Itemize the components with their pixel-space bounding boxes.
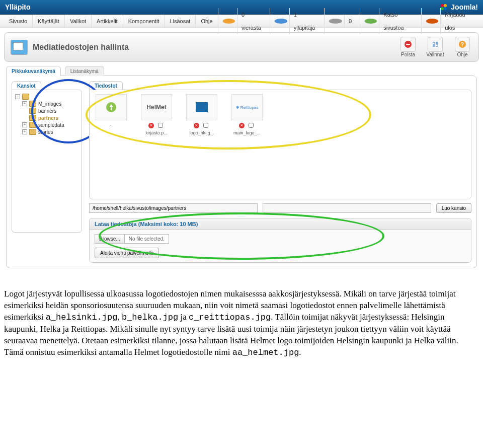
options-icon	[428, 37, 443, 52]
mail-icon	[329, 19, 342, 24]
svg-point-0	[441, 4, 444, 7]
page-header: Mediatiedostojen hallinta Poista Valinna…	[4, 32, 479, 62]
menu-valikot[interactable]: Valikot	[65, 15, 92, 28]
expand-icon[interactable]: +	[22, 101, 27, 106]
tree-item-partners[interactable]: partners	[22, 114, 78, 121]
description-paragraph: Logot järjestyvät lopullisessa ulkoasuss…	[4, 288, 479, 359]
admin-title: Ylläpito	[5, 3, 31, 11]
file-tile-mainlogo[interactable]: ✱ Reittiopas × main_logo_...	[229, 94, 265, 195]
main-menubar: Sivusto Käyttäjät Valikot Artikkelit Kom…	[0, 15, 483, 28]
tree-item-banners[interactable]: banners	[22, 107, 78, 114]
toolbar: Poista Valinnat ? Ohje	[398, 37, 472, 57]
new-folder-input[interactable]	[263, 203, 431, 213]
svg-point-9	[436, 45, 438, 46]
delete-icon	[400, 37, 416, 52]
view-icon	[364, 19, 377, 24]
tree-root[interactable]: -	[15, 93, 78, 100]
status-admins[interactable]: 1 ylläpitäjä	[270, 8, 324, 34]
upload-title: Lataa tiedostoja (Maksimi koko: 10 MB)	[90, 218, 471, 230]
toolbar-help-button[interactable]: ? Ohje	[452, 37, 472, 57]
svg-text:?: ?	[461, 42, 464, 47]
folder-icon	[29, 122, 36, 128]
logout-icon	[426, 19, 438, 24]
page-title: Mediatiedostojen hallinta	[33, 43, 129, 52]
browse-button[interactable]: Browse...	[95, 235, 125, 243]
folder-icon	[29, 129, 36, 135]
folder-icon	[22, 94, 29, 100]
menu-right: 0 vierasta 1 ylläpitäjä 0 Katso sivustoa…	[218, 8, 479, 34]
file-checkbox[interactable]	[203, 123, 208, 128]
file-label: kirjasto.p...	[145, 130, 168, 135]
toolbar-options-button[interactable]: Valinnat	[425, 37, 445, 57]
no-file-label: No file selected.	[125, 235, 169, 243]
menu-artikkelit[interactable]: Artikkelit	[92, 15, 123, 28]
code-a-helsinki: a_helsinki.jpg	[46, 313, 118, 322]
tree-item-stories[interactable]: +stories	[22, 128, 78, 135]
path-input[interactable]	[89, 203, 258, 213]
status-guests[interactable]: 0 vierasta	[218, 8, 270, 34]
menu-ohje[interactable]: Ohje	[196, 15, 217, 28]
folders-column: Kansiot - +M_images banners partners +sa…	[12, 81, 82, 263]
folder-tree: - +M_images banners partners +sampledata…	[12, 90, 82, 233]
file-label: logo_hki.g...	[190, 130, 214, 135]
code-b-helka: b_helka.jpg	[122, 313, 178, 322]
file-tile-up[interactable]: ..	[94, 94, 129, 195]
media-panel: Kansiot - +M_images banners partners +sa…	[6, 76, 477, 268]
file-chooser[interactable]: Browse... No file selected.	[95, 234, 169, 244]
thumb-reittiopas: ✱ Reittiopas	[231, 94, 263, 120]
help-icon: ?	[455, 37, 470, 52]
svg-point-1	[444, 4, 447, 7]
logout-link[interactable]: Kirjaudu ulos	[421, 8, 479, 34]
files-tab: Tiedostot	[89, 81, 123, 90]
menu-lisaosat[interactable]: Lisäosat	[165, 15, 196, 28]
thumb-helsinki	[186, 94, 217, 120]
delete-file-icon[interactable]: ×	[148, 123, 154, 128]
up-arrow-icon	[96, 94, 127, 120]
collapse-icon[interactable]: -	[15, 94, 20, 99]
create-folder-button[interactable]: Luo kansio	[436, 203, 471, 213]
toolbar-delete-button[interactable]: Poista	[398, 37, 418, 57]
page-title-wrap: Mediatiedostojen hallinta	[11, 40, 129, 55]
start-upload-button[interactable]: Aloita vienti palvelimelle	[95, 248, 159, 258]
code-aa-helmet: aa_helmet.jpg	[232, 348, 299, 357]
svg-rect-5	[406, 44, 410, 45]
user-icon	[222, 19, 235, 24]
svg-point-3	[444, 7, 447, 10]
view-tabs: Pikkukuvanäkymä Listanäkymä	[6, 66, 477, 76]
thumb-helmet: HelMet	[141, 94, 172, 120]
tab-thumbnail-view[interactable]: Pikkukuvanäkymä	[6, 66, 61, 76]
path-row: Luo kansio	[89, 203, 471, 213]
menu-sivusto[interactable]: Sivusto	[4, 15, 33, 28]
tab-list-view[interactable]: Listanäkymä	[65, 66, 104, 76]
delete-file-icon[interactable]: ×	[194, 123, 199, 128]
svg-point-2	[441, 7, 444, 10]
file-label: main_logo_...	[233, 130, 261, 135]
status-messages[interactable]: 0	[324, 8, 360, 34]
code-c-reittiopas: c_reittiopas.jpg	[189, 313, 271, 322]
menu-komponentit[interactable]: Komponentit	[123, 15, 165, 28]
files-box-wrap: .. HelMet × kirjasto.p... × logo_hki.g..…	[89, 90, 471, 199]
media-manager-icon	[11, 40, 28, 55]
delete-file-icon[interactable]: ×	[239, 123, 245, 128]
expand-icon[interactable]: +	[22, 129, 27, 134]
menu-kayttajat[interactable]: Käyttäjät	[33, 15, 65, 28]
folder-icon	[29, 108, 36, 114]
file-tile-kirjasto[interactable]: HelMet × kirjasto.p...	[139, 94, 174, 195]
svg-point-8	[433, 43, 435, 44]
folders-tab: Kansiot	[12, 81, 41, 90]
joomla-logo-icon	[440, 3, 448, 11]
folder-icon	[29, 115, 36, 121]
tree-item-mimages[interactable]: +M_images	[22, 100, 78, 107]
view-site-link[interactable]: Katso sivustoa	[360, 8, 421, 34]
menu-left: Sivusto Käyttäjät Valikot Artikkelit Kom…	[4, 15, 218, 28]
file-checkbox[interactable]	[249, 123, 254, 128]
file-tile-logohki[interactable]: × logo_hki.g...	[184, 94, 219, 195]
files-column: Tiedostot .. HelMet × kirjasto.p...	[89, 81, 471, 263]
tree-item-sampledata[interactable]: +sampledata	[22, 121, 78, 128]
admin-icon	[274, 19, 287, 24]
file-label: ..	[110, 121, 112, 126]
upload-panel: Lataa tiedostoja (Maksimi koko: 10 MB) B…	[89, 218, 471, 263]
file-checkbox[interactable]	[158, 123, 163, 128]
folder-icon	[29, 101, 36, 107]
expand-icon[interactable]: +	[22, 122, 27, 127]
